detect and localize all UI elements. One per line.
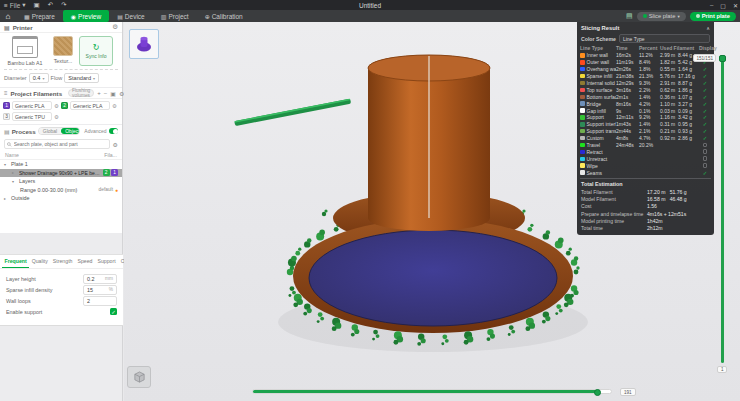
printer-settings-icon[interactable]: ⚙ xyxy=(112,23,118,31)
close-button[interactable]: ✕ xyxy=(733,2,738,9)
display-check-icon: ✓ xyxy=(703,108,708,114)
flushing-volumes-button[interactable]: Flushing volumes xyxy=(68,89,94,97)
minimize-button[interactable]: – xyxy=(710,2,713,8)
total-value: 16.58 m 46.48 g xyxy=(647,196,687,202)
main-tab[interactable]: ⊕ Calibration xyxy=(197,10,251,22)
display-toggle[interactable]: ✓ xyxy=(699,87,711,93)
move-slider[interactable] xyxy=(252,389,612,394)
redo-button[interactable]: ↷ xyxy=(57,1,70,9)
filament-item[interactable]: 1 Generic PLA ⚙ xyxy=(3,101,59,110)
add-filament-button[interactable]: + xyxy=(97,90,101,96)
display-toggle[interactable] xyxy=(699,156,711,162)
settings-tab[interactable]: Quality xyxy=(29,255,50,268)
save-button[interactable]: ▣ xyxy=(30,1,44,9)
display-toggle[interactable] xyxy=(699,142,711,148)
left-sidebar: ▤ Printer ⚙ Bambu Lab A1 Textur... ↻ Syn… xyxy=(0,22,123,401)
display-toggle[interactable]: ✓ xyxy=(699,94,711,100)
color-scheme-select[interactable]: Line Type xyxy=(619,34,710,43)
tree-row-outside[interactable]: ▸ Outside xyxy=(0,194,122,203)
advanced-toggle[interactable] xyxy=(109,128,118,134)
line-type-percent: 2.1% xyxy=(639,128,660,134)
undo-button[interactable]: ↶ xyxy=(44,1,57,9)
plate-thumbnail[interactable] xyxy=(129,29,159,59)
display-toggle[interactable]: ✓ xyxy=(699,121,711,127)
remove-filament-button[interactable]: − xyxy=(104,90,108,96)
window-title: Untitled xyxy=(0,2,740,9)
display-toggle[interactable]: ✓ xyxy=(699,114,711,120)
settings-tab[interactable]: Frequent xyxy=(2,255,29,268)
settings-tab[interactable]: Speed xyxy=(75,255,95,268)
setting-row: Enable support ✓ xyxy=(6,306,117,317)
filament-item[interactable]: 2 Generic PLA ⚙ xyxy=(61,101,117,110)
display-toggle[interactable] xyxy=(699,163,711,169)
filament-gear-icon[interactable]: ⚙ xyxy=(54,103,59,109)
tree-row-plate[interactable]: ▾ Plate 1 xyxy=(0,160,122,169)
slice-plate-button[interactable]: Slice plate ▾ xyxy=(637,12,686,21)
copy-icon[interactable]: ▣ xyxy=(110,90,116,97)
tab-label: Device xyxy=(125,13,145,20)
process-section-title: Process xyxy=(12,128,36,135)
tree-row-range[interactable]: Range 0.00-30.00 (mm) default ● xyxy=(0,186,122,195)
tree-row-object[interactable]: ▸ Shower Drainage 90x90 + LPE bearing (w… xyxy=(0,169,122,178)
setting-input[interactable]: 15 % xyxy=(83,285,117,295)
display-toggle[interactable]: ✓ xyxy=(699,101,711,107)
main-tab[interactable]: ◉ Preview xyxy=(63,10,109,22)
main-tab[interactable]: ▥ Project xyxy=(153,10,197,22)
outside-label: Outside xyxy=(11,195,30,201)
printer-name: Bambu Lab A1 xyxy=(3,60,47,66)
viewport-3d[interactable]: Slicing Result ∧ Color Scheme Line Type … xyxy=(124,22,740,401)
main-tab[interactable]: ▤ Device xyxy=(109,10,153,22)
display-toggle[interactable]: ✓ xyxy=(699,80,711,86)
tree-row-layers[interactable]: ▾ Layers xyxy=(0,177,122,186)
scope-objects[interactable]: Objects xyxy=(61,128,80,134)
line-type-swatch xyxy=(580,81,585,86)
file-menu[interactable]: ≡ File ▾ xyxy=(0,1,30,9)
display-toggle[interactable]: ✓ xyxy=(699,135,711,141)
setting-input[interactable]: 0.2 mm xyxy=(83,274,117,284)
display-toggle[interactable]: ✓ xyxy=(699,108,711,114)
home-icon[interactable]: ⌂ xyxy=(0,12,16,21)
view-cube[interactable] xyxy=(127,366,151,388)
line-type-time: 1m43s xyxy=(616,121,639,127)
display-toggle[interactable]: ✓ xyxy=(699,128,711,134)
line-type-time: 11m19s xyxy=(616,59,639,65)
layer-slider[interactable] xyxy=(721,58,724,363)
total-row: Total time 2h12m xyxy=(580,225,711,232)
settings-tab[interactable]: Support xyxy=(95,255,118,268)
display-toggle[interactable]: ✓ xyxy=(699,66,711,72)
tree-settings-icon[interactable]: ⚙ xyxy=(113,141,118,148)
move-slider-knob[interactable] xyxy=(594,389,601,396)
setting-input[interactable]: 2 xyxy=(83,296,117,306)
filament-badge: 1 xyxy=(111,169,118,176)
setting-label: Wall loops xyxy=(6,298,83,304)
line-type-row: Overhang wall 2m26s 1.8% 0.55 m 1.64 g ✓ xyxy=(580,66,711,73)
layer-slider-knob[interactable] xyxy=(719,55,726,62)
collapse-icon[interactable]: ∧ xyxy=(706,25,710,31)
line-type-name: Seams xyxy=(587,170,603,176)
main-tab[interactable]: ▦ Prepare xyxy=(16,10,63,22)
column-name: Name xyxy=(5,152,19,158)
flow-select[interactable]: Standard ▾ xyxy=(64,73,99,83)
settings-tab[interactable]: Strength xyxy=(50,255,75,268)
filament-gear-icon[interactable]: ⚙ xyxy=(54,114,59,120)
setting-checkbox[interactable]: ✓ xyxy=(110,308,117,315)
printer-preset[interactable]: Bambu Lab A1 xyxy=(3,36,47,66)
filament-item[interactable]: 3 Generic TPU ⚙ xyxy=(3,112,59,121)
search-input[interactable] xyxy=(14,141,107,147)
filament-color-chip: 1 xyxy=(3,102,10,109)
display-toggle[interactable]: ✓ xyxy=(699,170,711,176)
maximize-button[interactable]: ▢ xyxy=(720,2,726,9)
print-dot-icon xyxy=(696,14,700,18)
display-toggle[interactable]: ✓ xyxy=(699,73,711,79)
filament-color-chip: 3 xyxy=(3,113,10,120)
print-plate-button[interactable]: Print plate xyxy=(690,12,736,21)
scope-global[interactable]: Global xyxy=(39,128,61,134)
filament-gear-icon[interactable]: ⚙ xyxy=(112,103,117,109)
line-type-time: 3m16s xyxy=(616,87,639,93)
diameter-select[interactable]: 0.4 ▾ xyxy=(29,73,49,83)
slicer-settings-icon[interactable]: ▤ xyxy=(626,12,633,20)
line-type-row: Support 12m11s 9.2% 1.16 m 3.42 g ✓ xyxy=(580,114,711,121)
build-plate-preset[interactable]: Textur... xyxy=(50,36,76,64)
display-toggle[interactable] xyxy=(699,149,711,155)
sync-info-button[interactable]: ↻ Sync Info xyxy=(79,36,113,66)
